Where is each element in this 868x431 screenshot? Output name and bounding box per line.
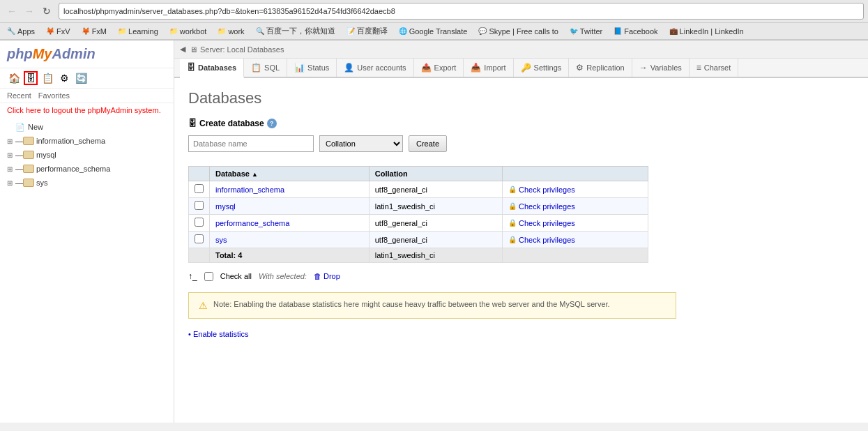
tab-settings[interactable]: 🔑 Settings — [514, 59, 570, 77]
check-privileges-button[interactable]: 🔒 Check privileges — [508, 202, 575, 211]
db-actions-cell: 🔒 Check privileges — [503, 215, 648, 232]
tab-variables[interactable]: → Variables — [632, 59, 690, 77]
settings-icon[interactable]: ⚙ — [57, 71, 71, 85]
collation-select[interactable]: Collation utf8_general_ci latin1_swedish… — [319, 135, 403, 152]
import-tab-icon: 📥 — [471, 63, 481, 73]
bookmark-icon: 📝 — [347, 27, 355, 35]
with-selected-label: With selected: — [259, 272, 307, 280]
database-name-input[interactable] — [188, 135, 314, 152]
table-row: performance_schema utf8_general_ci 🔒 Che… — [189, 215, 648, 232]
drop-button[interactable]: 🗑 Drop — [314, 272, 340, 280]
tab-sql[interactable]: 📋 SQL — [244, 59, 287, 77]
check-privileges-button[interactable]: 🔒 Check privileges — [508, 219, 575, 227]
bookmark-icon: 🌐 — [399, 27, 407, 35]
enable-statistics-link[interactable]: Enable statistics — [188, 330, 248, 338]
bookmark-item[interactable]: 📝百度翻译 — [344, 25, 390, 37]
bookmark-item[interactable]: 📁Learning — [115, 27, 161, 36]
forward-button[interactable]: → — [22, 3, 37, 19]
bookmark-label: Google Translate — [409, 27, 468, 36]
database-column-header[interactable]: Database ▲ — [210, 167, 370, 181]
db-name-link[interactable]: performance_schema — [215, 219, 289, 227]
collation-column-header: Collation — [369, 167, 502, 181]
bookmark-label: LinkedIn | LinkedIn — [680, 27, 744, 36]
tab-import[interactable]: 📥 Import — [464, 59, 513, 77]
bookmark-item[interactable]: 💬Skype | Free calls to — [475, 27, 561, 36]
home-icon[interactable]: 🏠 — [7, 71, 21, 85]
address-bar[interactable]: localhost/phpmyadmin/server_databases.ph… — [59, 3, 864, 20]
bookmark-item[interactable]: 🐦Twitter — [567, 27, 605, 36]
db-icon: — — [15, 151, 23, 159]
db-tree-item-performance-schema[interactable]: ⊞ — performance_schema — [0, 162, 174, 176]
privileges-icon: 🔒 — [508, 219, 517, 227]
check-all-label[interactable]: Check all — [220, 272, 252, 280]
logout-message[interactable]: Click here to logout the phpMyAdmin syst… — [0, 103, 174, 117]
tab-status[interactable]: 📊 Status — [287, 59, 337, 77]
content-area: ◀ 🖥 Server: Local Databases 🗄 Databases … — [174, 40, 868, 423]
create-database-button[interactable]: Create — [409, 135, 447, 152]
bookmark-label: Skype | Free calls to — [489, 27, 558, 36]
recent-link[interactable]: Recent — [7, 91, 31, 100]
db-name-cell: mysql — [210, 198, 370, 215]
db-tree-item-information-schema[interactable]: ⊞ — information_schema — [0, 134, 174, 148]
db-tree-item-mysql[interactable]: ⊞ — mysql — [0, 148, 174, 162]
row-checkbox[interactable] — [195, 201, 204, 210]
drop-label: Drop — [323, 272, 340, 280]
new-database-item[interactable]: 📄 New — [0, 120, 174, 134]
bookmark-item[interactable]: 🔍百度一下，你就知道 — [253, 25, 338, 37]
bookmark-item[interactable]: 🦊FxM — [79, 27, 109, 36]
bookmark-item[interactable]: 💼LinkedIn | LinkedIn — [667, 27, 747, 36]
back-button[interactable]: ← — [4, 3, 20, 19]
row-checkbox[interactable] — [195, 184, 204, 193]
server-header: ◀ 🖥 Server: Local Databases — [174, 40, 868, 59]
refresh-button[interactable]: ↻ — [39, 3, 54, 19]
bookmark-item[interactable]: 🦊FxV — [43, 27, 73, 36]
recent-favorites: Recent Favorites — [0, 89, 174, 103]
db-name-link[interactable]: mysql — [215, 202, 236, 211]
db-name-label: mysql — [36, 151, 56, 159]
bookmark-icon: 📁 — [218, 27, 226, 35]
bookmark-label: FxV — [56, 27, 70, 36]
bookmark-item[interactable]: 🔧Apps — [4, 27, 38, 36]
tab-replication[interactable]: ⚙ Replication — [569, 59, 632, 77]
bookmark-item[interactable]: 🌐Google Translate — [396, 27, 471, 36]
privileges-icon: 🔒 — [508, 202, 517, 210]
tab-export[interactable]: 📤 Export — [414, 59, 464, 77]
db-tree-item-sys[interactable]: ⊞ — sys — [0, 176, 174, 190]
check-all-checkbox[interactable] — [204, 272, 213, 281]
tab-databases[interactable]: 🗄 Databases — [180, 59, 244, 78]
sidebar: phpMyAdmin 🏠 🗄 📋 ⚙ 🔄 Recent Favorites Cl… — [0, 40, 174, 423]
select-all-icon[interactable]: ↑_ — [188, 271, 197, 281]
tab-user-accounts[interactable]: 👤 User accounts — [337, 59, 413, 77]
total-row: Total: 4 latin1_swedish_ci — [189, 248, 648, 263]
tab-label: Settings — [534, 63, 562, 72]
select-all-header — [189, 167, 210, 181]
db-name-label: performance_schema — [36, 165, 110, 173]
check-privileges-button[interactable]: 🔒 Check privileges — [508, 236, 575, 244]
tab-charset[interactable]: ≡ Charset — [690, 59, 739, 77]
favorites-link[interactable]: Favorites — [38, 91, 70, 100]
collapse-button[interactable]: ◀ — [180, 45, 185, 54]
databases-table: Database ▲ Collation information_schema … — [188, 166, 648, 263]
sort-arrow-icon: ▲ — [252, 171, 258, 178]
bookmark-item[interactable]: 📘Facebook — [611, 27, 660, 36]
bookmark-item[interactable]: 📁work — [215, 27, 247, 36]
sql-icon[interactable]: 📋 — [40, 71, 54, 85]
check-privileges-button[interactable]: 🔒 Check privileges — [508, 186, 575, 194]
database-icon[interactable]: 🗄 — [24, 71, 38, 85]
expand-icon: ⊞ — [4, 149, 15, 160]
db-name-link[interactable]: information_schema — [215, 186, 284, 194]
expand-icon: ⊞ — [4, 163, 15, 174]
enable-stats-section: Enable statistics — [188, 327, 854, 341]
row-checkbox[interactable] — [195, 234, 204, 243]
db-name-link[interactable]: sys — [215, 236, 227, 244]
db-collation-cell: utf8_general_ci — [369, 232, 502, 248]
bookmark-item[interactable]: 📁workbot — [167, 27, 210, 36]
refresh-sidebar-icon[interactable]: 🔄 — [74, 71, 88, 85]
db-actions-cell: 🔒 Check privileges — [503, 198, 648, 215]
info-icon[interactable]: ? — [267, 119, 277, 128]
privileges-icon: 🔒 — [508, 236, 517, 243]
logo-my: My — [33, 46, 52, 62]
row-checkbox[interactable] — [195, 218, 204, 227]
db-name-cell: sys — [210, 232, 370, 248]
table-row: sys utf8_general_ci 🔒 Check privileges — [189, 232, 648, 248]
